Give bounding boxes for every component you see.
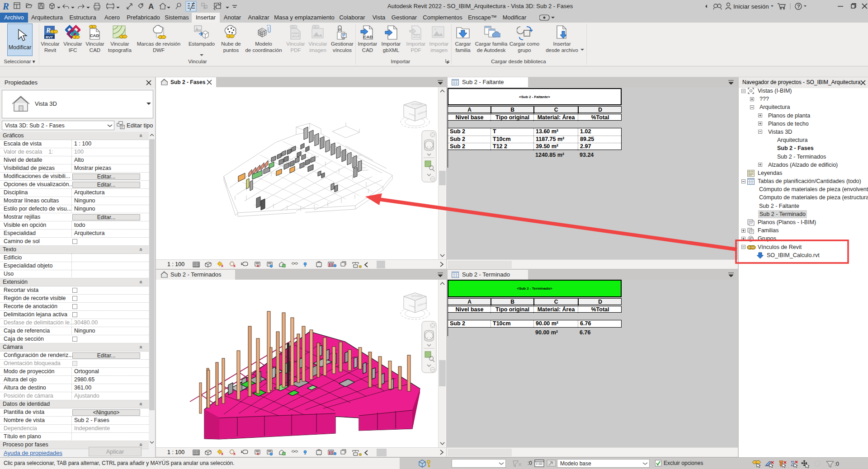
svg-text:x: x	[257, 263, 259, 268]
svg-text:CAD: CAD	[90, 33, 99, 38]
svg-text:Modificar: Modificar	[9, 44, 32, 51]
svg-text:Iniciar sesión: Iniciar sesión	[733, 3, 769, 10]
svg-text:R: R	[2, 1, 9, 12]
svg-text:?: ?	[797, 4, 800, 9]
svg-text:x: x	[233, 451, 236, 456]
svg-text:R: R	[46, 27, 51, 34]
svg-text:x: x	[233, 263, 236, 268]
svg-text::0: :0	[835, 461, 839, 467]
svg-text:x: x	[221, 451, 223, 456]
svg-text:x: x	[221, 263, 223, 268]
svg-text:RVT: RVT	[46, 35, 53, 39]
svg-text:CAD: CAD	[363, 34, 373, 39]
svg-text:PDF: PDF	[413, 34, 420, 38]
svg-text:AUTODESK: AUTODESK	[411, 295, 423, 297]
svg-text:A: A	[148, 2, 154, 11]
svg-text:PDF: PDF	[292, 33, 299, 37]
svg-text:AUTODESK: AUTODESK	[411, 103, 423, 106]
svg-text:x: x	[257, 451, 259, 456]
